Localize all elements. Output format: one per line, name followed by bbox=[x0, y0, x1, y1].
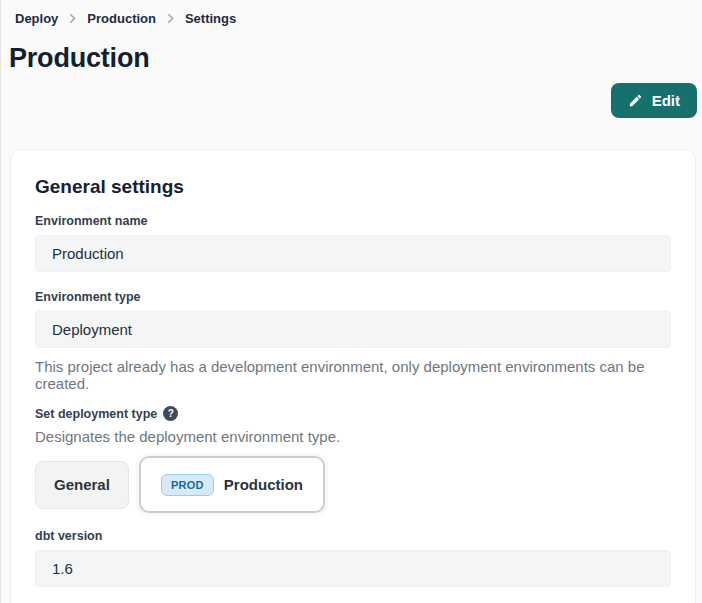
dbt-version-label: dbt version bbox=[35, 529, 671, 543]
deployment-type-label: Set deployment type ? bbox=[35, 406, 671, 421]
deployment-type-description: Designates the deployment environment ty… bbox=[35, 428, 671, 445]
chevron-right-icon bbox=[165, 13, 176, 24]
environment-type-label: Environment type bbox=[35, 290, 671, 304]
general-settings-card: General settings Environment name Enviro… bbox=[11, 150, 695, 603]
environment-name-group: Environment name bbox=[35, 214, 671, 290]
pencil-icon bbox=[628, 93, 643, 108]
breadcrumb-production[interactable]: Production bbox=[87, 11, 156, 26]
breadcrumb: Deploy Production Settings bbox=[1, 0, 702, 26]
environment-name-label: Environment name bbox=[35, 214, 671, 228]
chevron-right-icon bbox=[67, 13, 78, 24]
edit-button-label: Edit bbox=[652, 92, 680, 109]
prod-badge: PROD bbox=[161, 474, 214, 496]
deployment-type-toggle: General PROD Production bbox=[35, 456, 671, 513]
dbt-version-group: dbt version bbox=[35, 529, 671, 603]
card-heading: General settings bbox=[35, 176, 671, 198]
page-title: Production bbox=[1, 26, 702, 74]
breadcrumb-deploy[interactable]: Deploy bbox=[15, 11, 58, 26]
dbt-version-input[interactable] bbox=[35, 550, 671, 587]
environment-type-group: Environment type This project already ha… bbox=[35, 290, 671, 392]
environment-type-helper: This project already has a development e… bbox=[35, 358, 671, 392]
deployment-type-option-general[interactable]: General bbox=[35, 461, 129, 509]
breadcrumb-settings[interactable]: Settings bbox=[185, 11, 236, 26]
environment-type-input[interactable] bbox=[35, 311, 671, 348]
question-circle-icon[interactable]: ? bbox=[163, 406, 178, 421]
edit-button[interactable]: Edit bbox=[611, 83, 697, 118]
option-production-label: Production bbox=[224, 476, 303, 493]
deployment-type-group: Set deployment type ? Designates the dep… bbox=[35, 406, 671, 513]
deployment-type-option-production[interactable]: PROD Production bbox=[139, 456, 325, 513]
deployment-type-label-text: Set deployment type bbox=[35, 407, 157, 421]
settings-page: Deploy Production Settings Production Ed… bbox=[0, 0, 702, 603]
environment-name-input[interactable] bbox=[35, 235, 671, 272]
option-general-label: General bbox=[54, 476, 110, 493]
